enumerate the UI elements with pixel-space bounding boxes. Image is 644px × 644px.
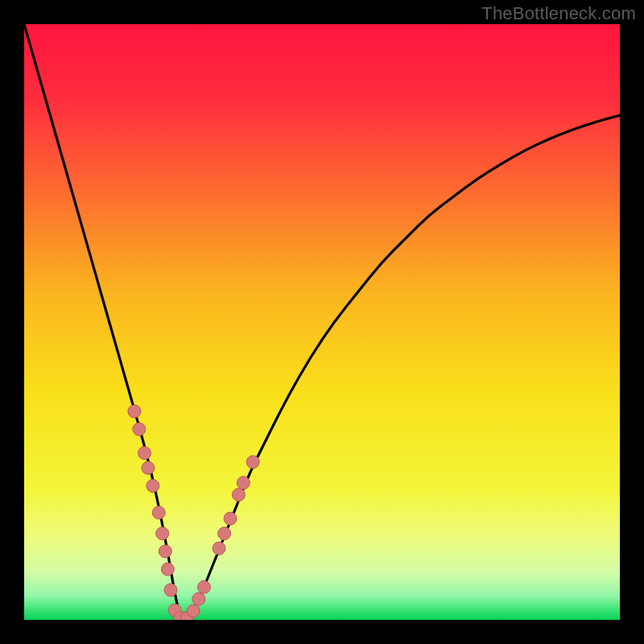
marker-dot [192,592,205,605]
marker-dot [159,545,171,558]
marker-dots [128,405,259,620]
marker-dot [156,527,169,540]
marker-dot [138,447,151,460]
plot-area [24,24,620,620]
marker-dot [246,456,259,469]
marker-dot [187,605,200,617]
marker-dot [197,580,210,593]
chart-frame: TheBottleneck.com [0,0,644,644]
marker-dot [224,512,237,525]
marker-dot [232,489,245,502]
marker-dot [164,584,177,597]
marker-dot [142,461,155,474]
marker-dot [213,542,225,555]
curve-layer [24,24,620,620]
marker-dot [218,527,231,540]
marker-dot [161,563,174,576]
marker-dot [237,477,250,489]
watermark-text: TheBottleneck.com [481,3,636,24]
marker-dot [147,480,159,493]
marker-dot [128,405,141,418]
marker-dot [152,506,165,519]
marker-dot [133,423,146,436]
bottleneck-curve [24,24,620,618]
